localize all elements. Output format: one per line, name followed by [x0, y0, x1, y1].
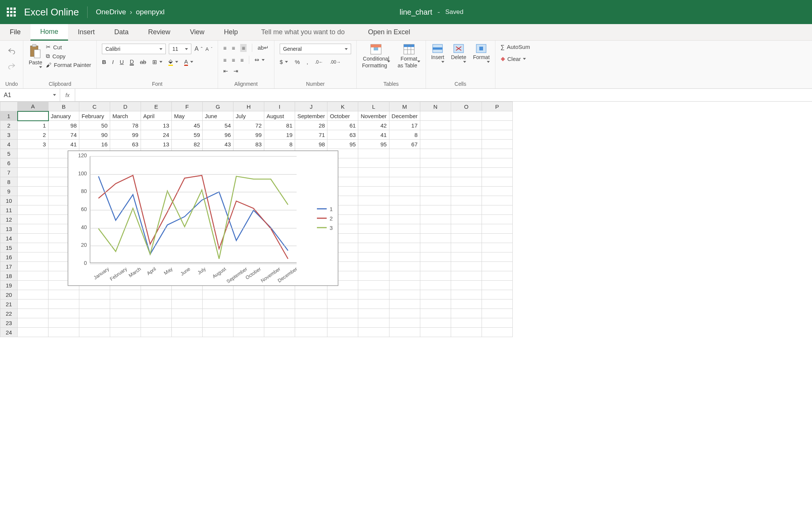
- increase-decimal-button[interactable]: .0←: [315, 59, 323, 65]
- cell[interactable]: [233, 328, 264, 337]
- row-header[interactable]: 7: [0, 168, 18, 177]
- row-header[interactable]: 11: [0, 205, 18, 215]
- cell[interactable]: [482, 140, 512, 149]
- tab-review[interactable]: Review: [138, 24, 180, 40]
- paste-button[interactable]: Paste: [29, 44, 42, 68]
- cell[interactable]: [18, 290, 48, 299]
- cell[interactable]: [358, 252, 389, 262]
- cell[interactable]: [451, 205, 482, 215]
- cell[interactable]: [358, 149, 389, 158]
- fill-color-button[interactable]: ⬙: [168, 58, 178, 66]
- cell[interactable]: [110, 318, 141, 328]
- copy-button[interactable]: ⧉Copy: [46, 53, 91, 59]
- cell[interactable]: [358, 262, 389, 271]
- column-header[interactable]: C: [79, 102, 110, 111]
- cell[interactable]: [389, 215, 420, 224]
- cell[interactable]: 16: [79, 140, 110, 149]
- cell[interactable]: [295, 328, 327, 337]
- cell[interactable]: [358, 281, 389, 290]
- cell[interactable]: [79, 290, 110, 299]
- cell[interactable]: [141, 309, 172, 318]
- cell[interactable]: [295, 318, 327, 328]
- cell[interactable]: [327, 290, 358, 299]
- cell[interactable]: [358, 243, 389, 252]
- row-header[interactable]: 24: [0, 328, 18, 337]
- align-right-button[interactable]: ≡: [240, 57, 244, 63]
- cell[interactable]: [18, 177, 48, 187]
- cell[interactable]: [482, 243, 512, 252]
- row-header[interactable]: 1: [0, 111, 18, 121]
- cell[interactable]: [79, 328, 110, 337]
- cell[interactable]: [389, 168, 420, 177]
- cell[interactable]: [110, 290, 141, 299]
- cell[interactable]: [203, 299, 233, 309]
- cell[interactable]: [358, 271, 389, 281]
- cell[interactable]: [295, 309, 327, 318]
- cell[interactable]: [451, 290, 482, 299]
- cell[interactable]: [48, 318, 79, 328]
- font-name-select[interactable]: Calibri: [102, 44, 166, 54]
- cell[interactable]: [203, 328, 233, 337]
- cell[interactable]: [451, 177, 482, 187]
- cell[interactable]: [420, 205, 451, 215]
- cell[interactable]: [420, 168, 451, 177]
- cell[interactable]: [451, 318, 482, 328]
- cell[interactable]: 42: [358, 121, 389, 130]
- cell[interactable]: [18, 149, 48, 158]
- cell[interactable]: [48, 290, 79, 299]
- cell[interactable]: 82: [172, 140, 203, 149]
- cell[interactable]: [420, 140, 451, 149]
- cell[interactable]: 17: [389, 121, 420, 130]
- cell[interactable]: [358, 187, 389, 196]
- cell[interactable]: [482, 196, 512, 205]
- cell[interactable]: [18, 215, 48, 224]
- cell[interactable]: 50: [79, 121, 110, 130]
- row-header[interactable]: 14: [0, 234, 18, 243]
- cell[interactable]: [482, 281, 512, 290]
- cell[interactable]: 98: [48, 121, 79, 130]
- cell[interactable]: [482, 224, 512, 234]
- document-name[interactable]: line_chart: [400, 8, 432, 17]
- cell[interactable]: [451, 158, 482, 168]
- cell[interactable]: [358, 309, 389, 318]
- cell[interactable]: [451, 196, 482, 205]
- column-header[interactable]: K: [327, 102, 358, 111]
- row-header[interactable]: 9: [0, 187, 18, 196]
- cell[interactable]: December: [389, 111, 420, 121]
- cell[interactable]: [482, 205, 512, 215]
- cell[interactable]: [420, 318, 451, 328]
- row-header[interactable]: 16: [0, 252, 18, 262]
- tab-help[interactable]: Help: [214, 24, 248, 40]
- breadcrumb-root[interactable]: OneDrive: [96, 8, 126, 16]
- row-header[interactable]: 3: [0, 130, 18, 140]
- row-header[interactable]: 2: [0, 121, 18, 130]
- cell[interactable]: 54: [203, 121, 233, 130]
- align-center-button[interactable]: ≡: [232, 57, 235, 63]
- cell[interactable]: [482, 111, 512, 121]
- cell[interactable]: [389, 309, 420, 318]
- column-header[interactable]: H: [233, 102, 264, 111]
- cell[interactable]: [18, 111, 48, 121]
- tell-me-search[interactable]: Tell me what you want to do: [248, 24, 358, 40]
- spreadsheet-grid[interactable]: ABCDEFGHIJKLMNOP1JanuaryFebruaryMarchApr…: [0, 102, 812, 532]
- cell[interactable]: 8: [389, 130, 420, 140]
- cell[interactable]: 99: [233, 130, 264, 140]
- cell[interactable]: August: [264, 111, 295, 121]
- wrap-text-button[interactable]: ab↵: [258, 44, 269, 51]
- row-header[interactable]: 20: [0, 290, 18, 299]
- column-header[interactable]: L: [358, 102, 389, 111]
- cell[interactable]: [389, 187, 420, 196]
- cell[interactable]: [420, 177, 451, 187]
- cell[interactable]: [389, 262, 420, 271]
- format-cells-button[interactable]: Format: [473, 44, 489, 63]
- cell[interactable]: [18, 252, 48, 262]
- cell[interactable]: [358, 234, 389, 243]
- cell[interactable]: 3: [18, 140, 48, 149]
- column-header[interactable]: I: [264, 102, 295, 111]
- cell[interactable]: [451, 215, 482, 224]
- row-header[interactable]: 18: [0, 271, 18, 281]
- cell[interactable]: [203, 318, 233, 328]
- cell[interactable]: [233, 309, 264, 318]
- cell[interactable]: [451, 271, 482, 281]
- cell[interactable]: [451, 168, 482, 177]
